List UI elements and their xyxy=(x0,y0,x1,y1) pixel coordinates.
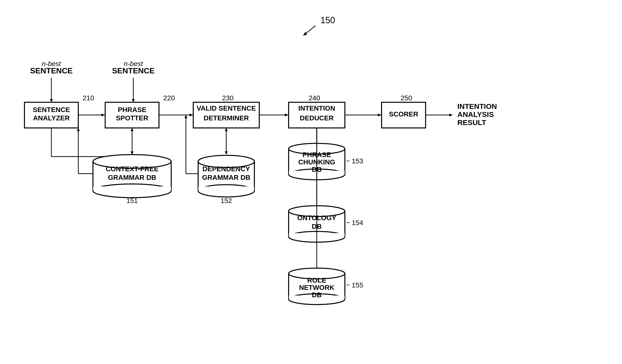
svg-marker-24 xyxy=(225,152,228,154)
sentence-analyzer-label-1: SENTENCE xyxy=(33,106,70,114)
sentence-label-2: SENTENCE xyxy=(112,66,155,75)
phrase-spotter-label-1: PHRASE xyxy=(118,106,147,114)
ref-154: 154 xyxy=(352,219,363,227)
svg-marker-13 xyxy=(378,114,381,116)
role-network-db-label-3: DB xyxy=(312,291,322,299)
valid-sentence-label-1: VALID SENTENCE xyxy=(197,104,256,112)
svg-rect-19 xyxy=(93,186,171,191)
svg-marker-11 xyxy=(285,114,288,116)
ref-210: 210 xyxy=(83,94,94,102)
tilde-155: ~ xyxy=(346,281,350,289)
intention-analysis-result-2: ANALYSIS xyxy=(457,110,494,118)
dependency-grammar-db-label-1: DEPENDENCY xyxy=(203,165,250,173)
context-free-grammar-db-label-1: CONTEXT-FREE xyxy=(106,165,158,173)
intention-analysis-result-3: RESULT xyxy=(457,118,486,126)
svg-marker-9 xyxy=(190,114,193,116)
svg-marker-15 xyxy=(449,114,452,116)
intention-deducer-label-1: INTENTION xyxy=(298,104,335,112)
ref-151: 151 xyxy=(126,197,138,205)
valid-sentence-label-2: DETERMINER xyxy=(203,114,249,122)
svg-marker-1 xyxy=(303,32,307,36)
ref-240: 240 xyxy=(309,94,320,102)
ref-153: 153 xyxy=(352,157,363,165)
svg-rect-26 xyxy=(198,186,254,191)
ref-220: 220 xyxy=(163,94,175,102)
phrase-spotter-label-2: SPOTTER xyxy=(116,114,148,122)
svg-marker-41 xyxy=(184,115,187,118)
role-network-db-label-1: ROLE xyxy=(307,276,326,284)
diagram-container: 150 n-best SENTENCE n-best SENTENCE SENT… xyxy=(0,0,622,364)
ref-155: 155 xyxy=(352,281,363,289)
ref-250: 250 xyxy=(401,94,412,102)
svg-marker-7 xyxy=(101,114,105,116)
sentence-label-1: SENTENCE xyxy=(30,66,73,75)
dependency-grammar-db-label-2: GRAMMAR DB xyxy=(202,174,251,181)
role-network-db-label-2: NETWORK xyxy=(299,284,335,291)
context-free-grammar-db-label-2: GRAMMAR DB xyxy=(108,174,156,181)
scorer-label: SCORER xyxy=(389,110,418,118)
tilde-153: ~ xyxy=(346,157,350,165)
intention-deducer-label-2: DEDUCER xyxy=(300,114,334,122)
ref-150: 150 xyxy=(320,15,335,25)
intention-analysis-result-1: INTENTION xyxy=(457,102,497,110)
tilde-154: ~ xyxy=(346,219,350,227)
sentence-analyzer-label-2: ANALYZER xyxy=(33,114,70,122)
ref-152: 152 xyxy=(221,197,232,205)
ref-230: 230 xyxy=(222,94,233,102)
